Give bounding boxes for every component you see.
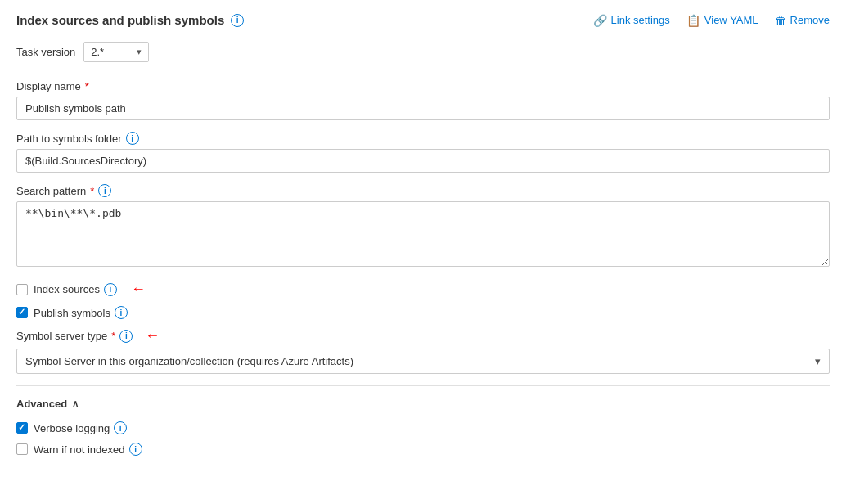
index-sources-row: Index sources i ← (16, 281, 830, 298)
verbose-logging-info-icon[interactable]: i (114, 421, 127, 434)
remove-label: Remove (790, 14, 830, 26)
task-version-row: Task version 2.* ▾ (16, 42, 830, 62)
divider (16, 385, 830, 386)
page-header: Index sources and publish symbols i 🔗 Li… (16, 13, 830, 27)
path-symbols-input[interactable] (16, 149, 830, 173)
index-sources-label: Index sources i (34, 283, 117, 296)
display-name-required: * (85, 80, 89, 92)
view-yaml-label: View YAML (704, 14, 758, 26)
verbose-logging-checkbox[interactable] (16, 422, 28, 434)
symbol-server-arrow: ← (145, 327, 160, 344)
page-title: Index sources and publish symbols (16, 13, 224, 27)
publish-symbols-row: Publish symbols i (16, 306, 830, 319)
symbol-server-label: Symbol server type * i ← (16, 327, 830, 344)
warn-not-indexed-row: Warn if not indexed i (16, 443, 830, 456)
search-pattern-label: Search pattern * i (16, 184, 830, 197)
verbose-logging-row: Verbose logging i (16, 421, 830, 434)
verbose-logging-label: Verbose logging i (34, 421, 127, 434)
index-sources-arrow: ← (131, 281, 146, 298)
symbol-server-required: * (111, 330, 115, 342)
path-symbols-label: Path to symbols folder i (16, 132, 830, 145)
index-sources-info-icon[interactable]: i (104, 283, 117, 296)
symbol-server-value: Symbol Server in this organization/colle… (25, 355, 353, 367)
header-left: Index sources and publish symbols i (16, 13, 244, 27)
search-pattern-group: Search pattern * i **\bin\**\*.pdb (16, 184, 830, 269)
path-symbols-group: Path to symbols folder i (16, 132, 830, 173)
display-name-label: Display name * (16, 80, 830, 92)
header-info-icon[interactable]: i (231, 14, 244, 27)
symbol-server-chevron-icon: ▾ (815, 355, 821, 367)
warn-not-indexed-label: Warn if not indexed i (34, 443, 142, 456)
header-actions: 🔗 Link settings 📋 View YAML 🗑 Remove (593, 14, 830, 27)
link-settings-button[interactable]: 🔗 Link settings (593, 14, 670, 27)
warn-not-indexed-checkbox[interactable] (16, 443, 28, 455)
display-name-group: Display name * (16, 80, 830, 120)
warn-not-indexed-info-icon[interactable]: i (129, 443, 142, 456)
publish-symbols-checkbox[interactable] (16, 307, 28, 318)
symbol-server-dropdown[interactable]: Symbol Server in this organization/colle… (16, 349, 830, 374)
chevron-down-icon: ▾ (137, 47, 142, 57)
chevron-up-icon: ∧ (72, 398, 79, 409)
task-version-value: 2.* (91, 46, 104, 58)
remove-button[interactable]: 🗑 Remove (775, 14, 830, 27)
publish-symbols-label: Publish symbols i (34, 306, 128, 319)
symbol-server-info-icon[interactable]: i (119, 330, 133, 343)
index-sources-checkbox[interactable] (16, 284, 28, 295)
advanced-label: Advanced (16, 398, 67, 410)
path-symbols-info-icon[interactable]: i (126, 132, 139, 145)
trash-icon: 🗑 (775, 14, 786, 27)
link-settings-label: Link settings (611, 14, 670, 26)
advanced-header[interactable]: Advanced ∧ (16, 398, 830, 410)
task-version-label: Task version (16, 46, 75, 58)
yaml-icon: 📋 (686, 14, 700, 27)
symbol-server-group: Symbol server type * i ← Symbol Server i… (16, 327, 830, 374)
publish-symbols-info-icon[interactable]: i (115, 306, 128, 319)
search-pattern-input[interactable]: **\bin\**\*.pdb (16, 201, 830, 267)
search-pattern-required: * (90, 185, 94, 197)
display-name-input[interactable] (16, 97, 830, 120)
link-icon: 🔗 (593, 14, 607, 27)
view-yaml-button[interactable]: 📋 View YAML (686, 14, 758, 27)
search-pattern-info-icon[interactable]: i (98, 184, 111, 197)
task-version-dropdown[interactable]: 2.* ▾ (83, 42, 149, 62)
